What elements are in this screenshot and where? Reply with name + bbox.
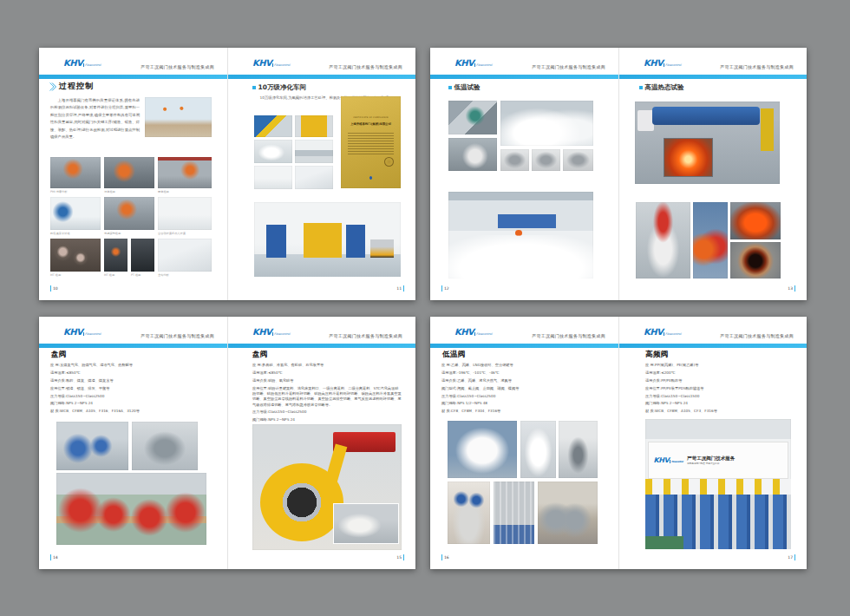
header-tagline: 严苛工况阀门技术服务与制造集成商 [329, 333, 402, 338]
header-divider-band [39, 75, 227, 79]
spread-pages-12-13: KHVFlowcontrol 严苛工况阀门技术服务与制造集成商 低温试验 12 [430, 48, 807, 300]
photo-wrapped-valve [520, 421, 556, 478]
photo-caption: MT 检测 [104, 273, 128, 277]
header-divider-band [430, 344, 618, 348]
page-number: 11 [396, 285, 404, 292]
page-header: KHVFlowcontrol 严苛工况阀门技术服务与制造集成商 [252, 56, 402, 69]
page-11: KHVFlowcontrol 严苛工况阀门技术服务与制造集成商 10万级净化车间… [227, 48, 415, 300]
logo-text: KHV [252, 58, 271, 68]
logo-text: KHV [252, 327, 271, 337]
photo-inset-white-valves [333, 503, 399, 543]
photo-metallographic [158, 239, 212, 272]
logo-text: KHV [644, 327, 663, 337]
page-header: KHVFlowcontrol 严苛工况阀门技术服务与制造集成商 [63, 56, 214, 69]
photo-red-actuator-valves [56, 473, 206, 545]
photo-hardness-test [158, 157, 212, 188]
cleanroom-machine-left [266, 225, 287, 258]
section-title: 过程控制 [59, 81, 94, 92]
product-title: 盘阀 [51, 350, 67, 360]
page-17: KHVFlowcontrol 严苛工况阀门技术服务与制造集成商 高频阀 应 用:… [618, 317, 807, 569]
spec-line: 阀门规格:NPS 2~NPS 24 [50, 401, 208, 406]
certificate-text-lines [348, 133, 393, 154]
nitrogen-fog [448, 235, 593, 279]
certificate-company: 上海开维喜阀门(集团)有限公司 [341, 122, 401, 126]
photo-clean-machine [254, 115, 292, 137]
photo-valve-array [494, 482, 534, 544]
photo-clean-operator [254, 140, 292, 163]
spread-pages-16-17: KHVFlowcontrol 严苛工况阀门技术服务与制造集成商 低温阀 应 用:… [430, 317, 807, 569]
photo-cryo-box [448, 138, 497, 171]
cleanroom-lift-table [370, 239, 394, 258]
page-number: 14 [50, 554, 58, 560]
photo-twin-globe-valves [448, 482, 490, 544]
spec-line: 压力等级:Class150~Class1500 [645, 394, 793, 399]
spread-pages-14-15: KHVFlowcontrol 严苛工况阀门技术服务与制造集成商 盘阀 应 用:水… [39, 317, 415, 569]
spec-line: 适用温度:≤200℃ [645, 370, 793, 376]
photo-caption: 硬度检测 [158, 190, 212, 193]
page-header: KHVFlowcontrol 严苛工况阀门技术服务与制造集成商 [63, 324, 214, 338]
spec-line: 阀门规格:NPS 2~NPS 24 [252, 417, 402, 423]
logo-text: KHV [63, 58, 82, 68]
page-header: KHVFlowcontrol 严苛工况阀门技术服务与制造集成商 [644, 56, 794, 69]
cleanroom-floor [254, 254, 401, 277]
header-tagline: 严苛工况阀门技术服务与制造集成商 [720, 333, 794, 338]
spec-list: 应 用:乙烯、丙烯、LNG接收站、空分储罐等适用温度:-196℃、-101℃、-… [441, 363, 599, 416]
page-header: KHVFlowcontrol 严苛工况阀门技术服务与制造集成商 [644, 324, 794, 338]
spec-line: 压力等级:Class150~Class2500 [50, 394, 208, 399]
spec-list: 应 用:多晶硅、冷氢化、有机硅、石化装置等适用温度:≤850℃适用介质:硅粉、氧… [252, 363, 402, 433]
header-divider-band [430, 75, 618, 79]
photo-caption: 强度检测 [104, 190, 154, 193]
photo-caption: MT 检测 [50, 273, 101, 277]
header-divider-band [39, 344, 227, 348]
photo-white-gate-valve [448, 421, 517, 478]
spec-line: 应用位置:硅粉计量罐泵料、流化床泵料口、一级分离返料、二级分离返料、STC汽化高… [252, 386, 402, 408]
bullet-square-icon [639, 86, 643, 89]
logo-subtext: Flowcontrol [83, 332, 101, 336]
cleanroom-machine-right [346, 225, 365, 258]
header-tagline: 严苛工况阀门技术服务与制造集成商 [329, 64, 402, 69]
spec-line: 适用温度:≤850℃ [252, 370, 402, 376]
header-tagline: 严苛工况阀门技术服务与制造集成商 [720, 64, 794, 69]
photo-workbench-inspection [145, 97, 212, 137]
photo-pt-test [131, 239, 154, 272]
body-paragraph: 上海开维喜阀门有完善的质量保证体系,拥有先进的检测仪器和试验设备,对零件进行分组… [50, 97, 140, 141]
khv-logo: KHVFlowcontrol [252, 322, 290, 338]
photo-cryo-test [50, 197, 101, 230]
photo-ndt-test [104, 197, 154, 230]
spec-line: 适用介质:乙烯、丙烯、液化天然气、液氮等 [441, 378, 599, 383]
photo-clean-gate [295, 166, 333, 189]
page-number: 15 [396, 554, 404, 560]
photo-yellow-ball-valve [252, 424, 402, 550]
khv-logo: KHVFlowcontrol [454, 53, 492, 69]
photo-cryo-test-wide [500, 101, 593, 146]
logo-subtext: Flowcontrol [83, 63, 101, 67]
section-heading: 10万级净化车间 [252, 83, 306, 92]
photo-clean-door [295, 115, 333, 137]
page-12: KHVFlowcontrol 严苛工况阀门技术服务与制造集成商 低温试验 12 [430, 48, 618, 300]
green-floor-strip [645, 536, 683, 549]
chevron-icon [49, 82, 56, 91]
photo-caption: PMI 光谱分析 [50, 190, 101, 193]
yellow-panel [761, 108, 774, 151]
bullet-square-icon [252, 86, 256, 89]
section-heading: 高温热态试验 [639, 83, 684, 92]
spec-line: 应 用:多晶硅、冷氢化、有机硅、石化装置等 [252, 363, 402, 368]
spec-line: 应 用:PP(聚丙烯)、PE(聚乙烯)等 [645, 363, 793, 368]
certificate-footer-mark [341, 176, 401, 180]
page-14: KHVFlowcontrol 严苛工况阀门技术服务与制造集成商 盘阀 应 用:水… [39, 317, 227, 569]
spec-line: 阀门规格:NPS 2~NPS 24 [645, 401, 793, 406]
section-title: 10万级净化车间 [258, 83, 306, 92]
photo-valve-with-frame [132, 422, 198, 470]
spec-list: 应 用:水煤浆气化、粉煤气化、渣油气化、热裂解等适用温度:≤850℃适用介质:颗… [50, 363, 208, 416]
page-header: KHVFlowcontrol 严苛工况阀门技术服务与制造集成商 [454, 324, 605, 338]
khv-banner: KHVFlowcontrol 严苛工况阀门技术服务 创新高端阀门制造 铸建行业标… [648, 442, 789, 480]
logo-subtext: Flowcontrol [664, 63, 681, 67]
spec-line: 材 质:CF8、CF8M、F304、F316等 [441, 409, 599, 414]
section-title: 高温热态试验 [645, 83, 684, 92]
actuator-motor [638, 110, 653, 132]
header-divider-band [228, 344, 415, 348]
bullet-square-icon [448, 86, 452, 89]
spec-line: 材 质:WCB、CF8M、A105、F316、F316A、3120等 [50, 409, 208, 414]
page-15: KHVFlowcontrol 严苛工况阀门技术服务与制造集成商 盘阀 应 用:多… [227, 317, 415, 569]
spec-line: 应用位置:锁渣、锁送、排灰、平衡等 [50, 386, 208, 391]
